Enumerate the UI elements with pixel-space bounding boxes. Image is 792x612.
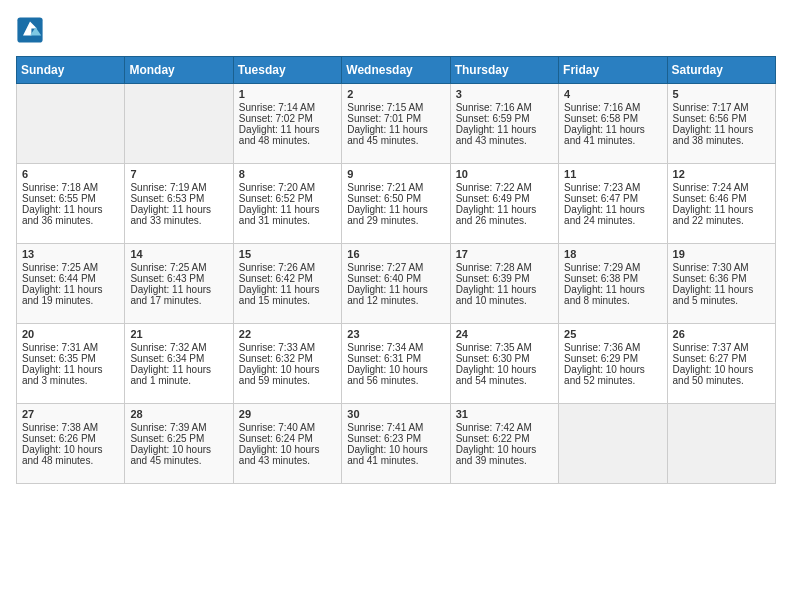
day-number: 15 [239,248,336,260]
calendar-cell: 23Sunrise: 7:34 AMSunset: 6:31 PMDayligh… [342,324,450,404]
day-info: Daylight: 11 hours and 45 minutes. [347,124,444,146]
calendar-cell: 31Sunrise: 7:42 AMSunset: 6:22 PMDayligh… [450,404,558,484]
day-info: Daylight: 11 hours and 29 minutes. [347,204,444,226]
calendar-cell [559,404,667,484]
day-info: Daylight: 11 hours and 38 minutes. [673,124,770,146]
calendar-cell: 26Sunrise: 7:37 AMSunset: 6:27 PMDayligh… [667,324,775,404]
weekday-header: Saturday [667,57,775,84]
day-info: Daylight: 11 hours and 3 minutes. [22,364,119,386]
day-info: Sunset: 6:29 PM [564,353,661,364]
calendar-cell: 12Sunrise: 7:24 AMSunset: 6:46 PMDayligh… [667,164,775,244]
day-number: 26 [673,328,770,340]
calendar-cell: 29Sunrise: 7:40 AMSunset: 6:24 PMDayligh… [233,404,341,484]
calendar-cell: 8Sunrise: 7:20 AMSunset: 6:52 PMDaylight… [233,164,341,244]
day-number: 14 [130,248,227,260]
day-number: 8 [239,168,336,180]
day-info: Sunset: 6:59 PM [456,113,553,124]
day-number: 11 [564,168,661,180]
day-info: Sunset: 6:47 PM [564,193,661,204]
day-info: Daylight: 11 hours and 33 minutes. [130,204,227,226]
day-info: Sunset: 6:31 PM [347,353,444,364]
calendar-cell [17,84,125,164]
day-info: Sunrise: 7:18 AM [22,182,119,193]
day-info: Sunset: 6:58 PM [564,113,661,124]
day-info: Sunrise: 7:36 AM [564,342,661,353]
day-info: Daylight: 10 hours and 56 minutes. [347,364,444,386]
day-info: Sunrise: 7:26 AM [239,262,336,273]
day-info: Sunset: 6:35 PM [22,353,119,364]
day-info: Daylight: 11 hours and 24 minutes. [564,204,661,226]
day-info: Sunrise: 7:21 AM [347,182,444,193]
day-info: Sunset: 7:02 PM [239,113,336,124]
day-info: Daylight: 10 hours and 43 minutes. [239,444,336,466]
day-number: 12 [673,168,770,180]
day-number: 6 [22,168,119,180]
day-info: Daylight: 11 hours and 10 minutes. [456,284,553,306]
day-info: Sunrise: 7:23 AM [564,182,661,193]
day-info: Daylight: 10 hours and 59 minutes. [239,364,336,386]
day-info: Sunrise: 7:15 AM [347,102,444,113]
day-info: Sunrise: 7:19 AM [130,182,227,193]
weekday-header: Thursday [450,57,558,84]
day-number: 18 [564,248,661,260]
day-number: 7 [130,168,227,180]
logo-icon [16,16,44,44]
calendar-cell: 19Sunrise: 7:30 AMSunset: 6:36 PMDayligh… [667,244,775,324]
day-info: Sunset: 6:44 PM [22,273,119,284]
weekday-header: Friday [559,57,667,84]
day-info: Sunrise: 7:34 AM [347,342,444,353]
calendar-cell: 20Sunrise: 7:31 AMSunset: 6:35 PMDayligh… [17,324,125,404]
day-info: Sunset: 6:38 PM [564,273,661,284]
weekday-header: Wednesday [342,57,450,84]
calendar-cell: 7Sunrise: 7:19 AMSunset: 6:53 PMDaylight… [125,164,233,244]
day-number: 27 [22,408,119,420]
day-info: Sunrise: 7:42 AM [456,422,553,433]
day-info: Sunrise: 7:38 AM [22,422,119,433]
weekday-header: Monday [125,57,233,84]
day-number: 5 [673,88,770,100]
day-info: Daylight: 11 hours and 48 minutes. [239,124,336,146]
day-info: Sunrise: 7:20 AM [239,182,336,193]
day-info: Sunrise: 7:37 AM [673,342,770,353]
day-info: Daylight: 11 hours and 26 minutes. [456,204,553,226]
day-info: Sunrise: 7:35 AM [456,342,553,353]
day-info: Daylight: 11 hours and 1 minute. [130,364,227,386]
day-info: Sunset: 6:36 PM [673,273,770,284]
day-number: 2 [347,88,444,100]
day-info: Sunrise: 7:24 AM [673,182,770,193]
calendar-cell: 24Sunrise: 7:35 AMSunset: 6:30 PMDayligh… [450,324,558,404]
day-info: Daylight: 11 hours and 31 minutes. [239,204,336,226]
day-info: Daylight: 11 hours and 22 minutes. [673,204,770,226]
day-info: Sunset: 6:55 PM [22,193,119,204]
day-info: Daylight: 10 hours and 52 minutes. [564,364,661,386]
calendar-cell: 21Sunrise: 7:32 AMSunset: 6:34 PMDayligh… [125,324,233,404]
day-info: Daylight: 10 hours and 48 minutes. [22,444,119,466]
day-info: Sunrise: 7:31 AM [22,342,119,353]
day-number: 1 [239,88,336,100]
day-number: 13 [22,248,119,260]
day-info: Daylight: 10 hours and 41 minutes. [347,444,444,466]
day-number: 4 [564,88,661,100]
day-number: 20 [22,328,119,340]
day-info: Sunset: 6:56 PM [673,113,770,124]
weekday-header: Sunday [17,57,125,84]
day-number: 28 [130,408,227,420]
day-info: Sunrise: 7:14 AM [239,102,336,113]
day-info: Daylight: 11 hours and 5 minutes. [673,284,770,306]
calendar-cell: 14Sunrise: 7:25 AMSunset: 6:43 PMDayligh… [125,244,233,324]
day-info: Sunrise: 7:33 AM [239,342,336,353]
day-info: Sunset: 6:27 PM [673,353,770,364]
day-info: Sunset: 7:01 PM [347,113,444,124]
calendar-cell: 30Sunrise: 7:41 AMSunset: 6:23 PMDayligh… [342,404,450,484]
day-info: Daylight: 11 hours and 19 minutes. [22,284,119,306]
day-number: 3 [456,88,553,100]
day-info: Sunset: 6:34 PM [130,353,227,364]
day-info: Sunset: 6:30 PM [456,353,553,364]
calendar-week-row: 20Sunrise: 7:31 AMSunset: 6:35 PMDayligh… [17,324,776,404]
calendar-cell: 5Sunrise: 7:17 AMSunset: 6:56 PMDaylight… [667,84,775,164]
calendar-cell: 13Sunrise: 7:25 AMSunset: 6:44 PMDayligh… [17,244,125,324]
calendar-cell: 18Sunrise: 7:29 AMSunset: 6:38 PMDayligh… [559,244,667,324]
calendar-cell: 10Sunrise: 7:22 AMSunset: 6:49 PMDayligh… [450,164,558,244]
day-info: Sunset: 6:26 PM [22,433,119,444]
day-info: Daylight: 11 hours and 41 minutes. [564,124,661,146]
